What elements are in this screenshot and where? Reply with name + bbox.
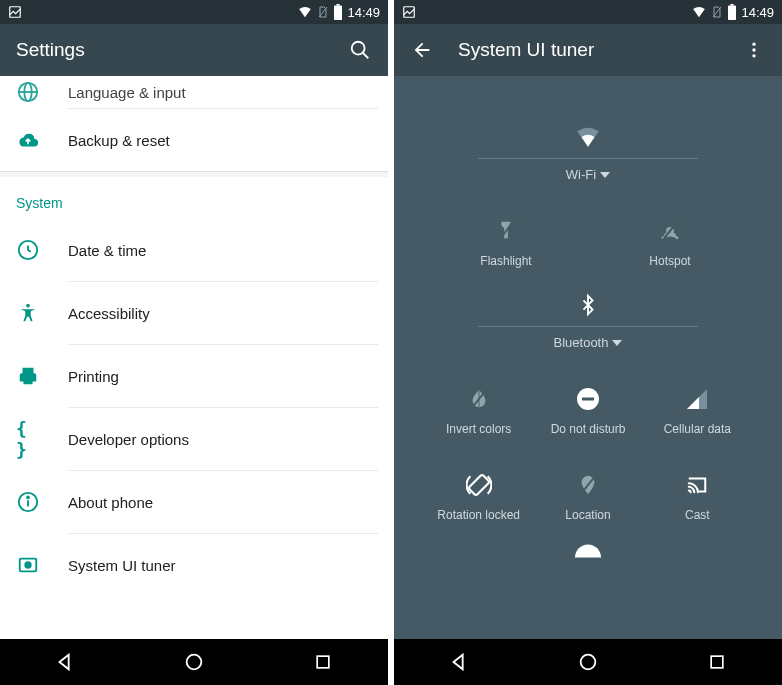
row-label: Backup & reset [68,132,170,149]
tile-label: Rotation locked [437,508,520,522]
navigation-bar [0,639,388,685]
tile-label: Cellular data [664,422,731,436]
svg-point-25 [752,54,755,57]
row-label: System UI tuner [68,557,176,574]
row-label: Printing [68,368,119,385]
tile-partial-bottom[interactable] [575,544,601,558]
dnd-icon [575,386,601,412]
settings-list[interactable]: Language & input Backup & reset System D… [0,76,388,639]
tile-do-not-disturb[interactable]: Do not disturb [538,374,638,448]
cast-icon [684,472,710,498]
tile-bluetooth[interactable]: Bluetooth [478,286,698,368]
back-button[interactable] [51,648,79,676]
svg-point-16 [25,562,31,568]
status-time: 14:49 [741,5,774,20]
svg-rect-32 [468,474,489,495]
settings-row-accessibility[interactable]: Accessibility [0,282,388,344]
tile-rotation[interactable]: Rotation locked [429,460,529,534]
svg-point-17 [187,655,202,670]
settings-row-developer[interactable]: { } Developer options [0,408,388,470]
home-button[interactable] [574,648,602,676]
settings-row-language[interactable]: Language & input [0,76,388,108]
tile-hotspot[interactable]: Hotspot [620,206,720,280]
clock-icon [16,238,40,262]
location-icon [575,472,601,498]
svg-rect-35 [711,656,723,668]
page-title: System UI tuner [458,39,718,61]
battery-icon [727,4,737,20]
section-header-system: System [0,181,388,219]
status-bar: 14:49 [394,0,782,24]
svg-rect-18 [317,656,329,668]
notification-icon [402,5,416,19]
tile-label: Bluetooth [554,335,609,350]
settings-row-date-time[interactable]: Date & time [0,219,388,281]
svg-point-24 [752,48,755,51]
tile-flashlight[interactable]: Flashlight [456,206,556,280]
settings-row-printing[interactable]: Printing [0,345,388,407]
home-button[interactable] [180,648,208,676]
svg-point-4 [352,42,365,55]
row-label: Date & time [68,242,146,259]
tuner-icon [16,553,40,577]
page-title: Settings [16,39,324,61]
flashlight-icon [493,218,519,244]
row-label: About phone [68,494,153,511]
invert-icon [466,386,492,412]
wifi-icon [691,5,707,19]
dropdown-icon [600,171,610,179]
settings-row-backup[interactable]: Backup & reset [0,109,388,171]
accessibility-icon [16,301,40,325]
settings-row-about[interactable]: About phone [0,471,388,533]
svg-rect-11 [23,378,32,384]
settings-app-bar: Settings [0,24,388,76]
navigation-bar [394,639,782,685]
back-button[interactable] [445,648,473,676]
svg-point-10 [26,304,30,308]
status-time: 14:49 [347,5,380,20]
svg-point-14 [27,497,29,499]
quick-settings-editor[interactable]: Wi-Fi Flashlight Hotspot [394,76,782,639]
settings-row-ui-tuner[interactable]: System UI tuner [0,534,388,596]
tuner-app-bar: System UI tuner [394,24,782,76]
tuner-screen: 14:49 System UI tuner Wi-Fi [394,0,782,685]
svg-rect-0 [10,7,21,18]
info-icon [16,490,40,514]
tile-cellular-data[interactable]: Cellular data [647,374,747,448]
svg-point-34 [581,655,596,670]
tile-location[interactable]: Location [538,460,638,534]
tile-label: Do not disturb [551,422,626,436]
row-label: Developer options [68,431,189,448]
wifi-icon [297,5,313,19]
tile-label: Wi-Fi [566,167,596,182]
tile-label: Hotspot [649,254,690,268]
recents-button[interactable] [309,648,337,676]
back-arrow-button[interactable] [410,38,434,62]
tile-cast[interactable]: Cast [647,460,747,534]
search-button[interactable] [348,38,372,62]
svg-line-5 [363,53,369,59]
svg-line-28 [661,220,678,242]
svg-rect-31 [582,398,594,401]
status-bar: 14:49 [0,0,388,24]
tile-label: Flashlight [480,254,531,268]
tile-wifi[interactable]: Wi-Fi [478,106,698,200]
overflow-menu-button[interactable] [742,38,766,62]
hotspot-icon [657,218,683,244]
wifi-icon [575,124,601,150]
tile-label: Location [565,508,610,522]
row-label: Language & input [68,84,186,101]
svg-rect-2 [334,6,342,20]
braces-icon: { } [16,427,40,451]
signal-icon [684,386,710,412]
tile-label: Cast [685,508,710,522]
tile-invert-colors[interactable]: Invert colors [429,374,529,448]
recents-button[interactable] [703,648,731,676]
tile-label: Invert colors [446,422,511,436]
row-label: Accessibility [68,305,150,322]
dropdown-icon [612,339,622,347]
svg-rect-21 [728,6,736,20]
svg-rect-3 [337,4,340,6]
backup-icon [16,128,40,152]
svg-point-23 [752,43,755,46]
